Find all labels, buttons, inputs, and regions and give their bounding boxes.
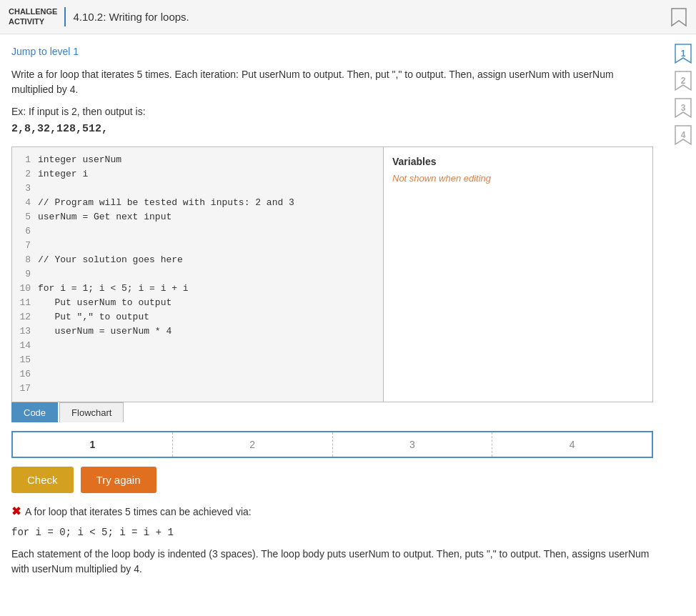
example-label: Ex: If input is 2, then output is: [11, 106, 653, 117]
line-number: 2 [12, 167, 38, 182]
line-number: 13 [12, 324, 38, 339]
code-panel[interactable]: 1integer userNum2integer i34// Program w… [12, 147, 384, 402]
line-number: 16 [12, 367, 38, 382]
code-hint: for i = 0; i < 5; i = i + 1 [11, 527, 653, 538]
code-line: 4// Program will be tested with inputs: … [12, 196, 383, 210]
editor-container: 1integer userNum2integer i34// Program w… [11, 146, 653, 402]
step-2[interactable]: 2 [173, 432, 333, 457]
line-number: 10 [12, 282, 38, 296]
variables-panel: Variables Not shown when editing [384, 147, 652, 402]
code-line: 14 [12, 339, 383, 353]
variables-note: Not shown when editing [392, 173, 644, 184]
example-output: 2,8,32,128,512, [11, 123, 653, 135]
line-number: 9 [12, 267, 38, 282]
line-code[interactable]: for i = 1; i < 5; i = i + i [38, 282, 189, 296]
code-line: 5userNum = Get next input [12, 210, 383, 224]
error-icon: ✖ [11, 505, 21, 518]
line-number: 8 [12, 253, 38, 267]
line-code[interactable]: userNum = Get next input [38, 210, 171, 224]
code-line: 1integer userNum [12, 153, 383, 167]
challenge-line2: ACTIVITY [9, 17, 57, 26]
svg-marker-0 [672, 9, 686, 26]
tab-code[interactable]: Code [11, 402, 58, 422]
code-lines: 1integer userNum2integer i34// Program w… [12, 147, 383, 402]
code-line: 13 userNum = userNum * 4 [12, 324, 383, 339]
level-badge-4[interactable]: 4 [674, 124, 692, 146]
line-number: 5 [12, 210, 38, 224]
page-title: 4.10.2: Writing for loops. [73, 11, 189, 23]
line-number: 15 [12, 353, 38, 367]
code-line: 12 Put "," to output [12, 310, 383, 324]
main-content: Jump to level 1 Write a for loop that it… [0, 34, 665, 588]
editor-tabs: Code Flowchart [11, 402, 653, 422]
line-code[interactable]: Put "," to output [38, 310, 149, 324]
buttons-row: Check Try again [11, 467, 653, 493]
step-bar: 1 2 3 4 [11, 431, 653, 458]
level-badge-1[interactable]: 1 [674, 43, 692, 64]
level-badge-2[interactable]: 2 [674, 70, 692, 91]
level-sidebar: 1 2 3 4 [670, 34, 696, 154]
challenge-activity-label: CHALLENGE ACTIVITY [9, 7, 66, 26]
step-3[interactable]: 3 [333, 432, 493, 457]
try-again-button[interactable]: Try again [81, 467, 156, 493]
line-code[interactable]: // Program will be tested with inputs: 2… [38, 196, 294, 210]
challenge-line1: CHALLENGE [9, 7, 57, 16]
level-badge-3[interactable]: 3 [674, 97, 692, 119]
code-line: 8// Your solution goes here [12, 253, 383, 267]
code-line: 16 [12, 367, 383, 382]
feedback-detail: Each statement of the loop body is inden… [11, 547, 653, 577]
step-4[interactable]: 4 [492, 432, 652, 457]
line-number: 6 [12, 224, 38, 239]
line-code[interactable]: userNum = userNum * 4 [38, 324, 171, 339]
code-line: 2integer i [12, 167, 383, 182]
code-line: 6 [12, 224, 383, 239]
line-number: 4 [12, 196, 38, 210]
code-line: 11 Put userNum to output [12, 296, 383, 310]
line-code[interactable]: integer i [38, 167, 88, 182]
description: Write a for loop that iterates 5 times. … [11, 67, 653, 97]
check-button[interactable]: Check [11, 467, 74, 493]
line-number: 3 [12, 182, 38, 196]
line-number: 17 [12, 382, 38, 396]
feedback-error: ✖ A for loop that iterates 5 times can b… [11, 505, 653, 518]
feedback-error-text: A for loop that iterates 5 times can be … [25, 506, 252, 517]
line-code[interactable]: Put userNum to output [38, 296, 171, 310]
line-number: 7 [12, 239, 38, 253]
code-line: 10for i = 1; i < 5; i = i + i [12, 282, 383, 296]
line-number: 1 [12, 153, 38, 167]
line-number: 12 [12, 310, 38, 324]
code-line: 15 [12, 353, 383, 367]
line-number: 14 [12, 339, 38, 353]
code-line: 9 [12, 267, 383, 282]
bookmark-icon[interactable] [670, 7, 687, 27]
code-line: 17 [12, 382, 383, 396]
tab-flowchart[interactable]: Flowchart [59, 402, 124, 422]
line-code[interactable]: // Your solution goes here [38, 253, 183, 267]
code-line: 7 [12, 239, 383, 253]
variables-title: Variables [392, 156, 644, 167]
line-code[interactable]: integer userNum [38, 153, 121, 167]
jump-link[interactable]: Jump to level 1 [11, 46, 79, 57]
header: CHALLENGE ACTIVITY 4.10.2: Writing for l… [0, 0, 696, 34]
step-1[interactable]: 1 [13, 432, 173, 457]
code-line: 3 [12, 182, 383, 196]
line-number: 11 [12, 296, 38, 310]
